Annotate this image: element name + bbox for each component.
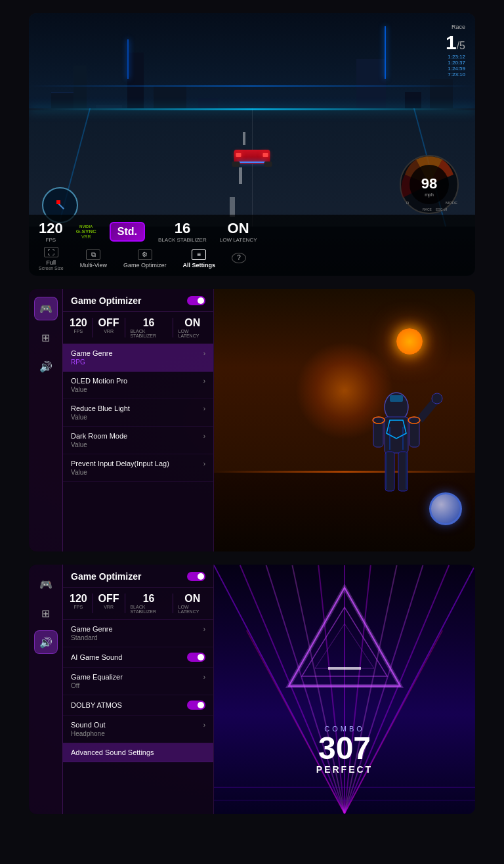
- stat-divider-2: [125, 318, 125, 337]
- racing-game-panel: Race 1 /5 1:23:12 1:20:37 1:24:59 7:23:1…: [29, 13, 475, 276]
- multi-view-icon: ⧉: [86, 249, 100, 260]
- optimizer-title-3: Game Optimizer: [71, 571, 141, 582]
- optimizer-panel-3: Game Optimizer 120 FPS OFF VRR 16 Black …: [63, 565, 214, 814]
- optimizer-header-3: Game Optimizer: [63, 565, 213, 588]
- lap-time-1: 1:23:12: [446, 54, 465, 60]
- music-scene: COMBO 307 PERFECT: [214, 565, 475, 814]
- hud-overlay: 120 FPS NVIDIA G-SYNC VRR Std. 16 Black …: [29, 215, 475, 276]
- game-optimizer-action[interactable]: ⚙ Game Optimizer: [123, 249, 167, 269]
- stat-divider-3: [173, 318, 173, 337]
- optimizer-header-2: Game Optimizer: [63, 289, 213, 312]
- optimizer-toggle-2[interactable]: [187, 296, 205, 305]
- lap-time-2: 1:20:37: [446, 60, 465, 66]
- stat-divider-1: [93, 318, 93, 337]
- sidebar-icon-gamepad-3[interactable]: 🎮: [34, 572, 58, 596]
- menu-item-equalizer-title: Game Equalizer ›: [71, 673, 205, 681]
- optimizer-toggle-3[interactable]: [187, 572, 205, 581]
- race-position: Race 1 /5 1:23:12 1:20:37 1:24:59 7:23:1…: [446, 20, 465, 77]
- stat-fps-3: 120 FPS: [70, 593, 87, 614]
- menu-item-blue-light[interactable]: Reduce Blue Light › Value: [63, 399, 213, 427]
- game-optimizer-visual-panel: 🎮 ⊞ 🔊 Game Optimizer 120 FPS OFF VRR: [29, 289, 475, 551]
- black-stabilizer-stat: 16 Black Stabilizer: [158, 220, 207, 243]
- lap-time-4: 7:23:10: [446, 72, 465, 77]
- sidebar-icon-sound-3[interactable]: 🔊: [34, 630, 58, 654]
- optimizer-wrapper-3: 🎮 ⊞ 🔊 Game Optimizer 120 FPS OFF VRR: [29, 565, 475, 814]
- menu-item-ai-sound[interactable]: AI Game Sound: [63, 647, 213, 668]
- optimizer-title-2: Game Optimizer: [71, 295, 141, 306]
- menu-item-oled[interactable]: OLED Motion Pro › Value: [63, 372, 213, 399]
- menu-items-2: Game Genre › RPG OLED Motion Pro › Value: [63, 344, 213, 551]
- combo-perfect: PERFECT: [316, 764, 373, 775]
- multi-view-action[interactable]: ⧉ Multi-View: [80, 249, 107, 269]
- racing-scene: Race 1 /5 1:23:12 1:20:37 1:24:59 7:23:1…: [29, 13, 475, 276]
- game-optimizer-sound-panel: 🎮 ⊞ 🔊 Game Optimizer 120 FPS OFF VRR: [29, 565, 475, 814]
- screen-size-action[interactable]: ⛶ Full Screen Size: [39, 247, 64, 270]
- menu-item-sound-out-title: Sound Out ›: [71, 721, 205, 729]
- svg-point-19: [432, 393, 442, 404]
- dolby-toggle-row: DOLBY ATMOS: [71, 701, 205, 710]
- help-action[interactable]: ?: [232, 253, 246, 265]
- svg-rect-11: [410, 418, 419, 447]
- help-icon: ?: [232, 253, 246, 263]
- all-settings-icon: ≡: [192, 249, 206, 260]
- game-optimizer-icon: ⚙: [138, 249, 152, 260]
- warrior-figure: [337, 368, 455, 551]
- all-settings-action[interactable]: ≡ All Settings: [183, 249, 216, 269]
- sidebar-icon-display-3[interactable]: ⊞: [34, 601, 58, 625]
- svg-rect-22: [390, 395, 403, 402]
- fps-stat: 120 FPS: [39, 220, 63, 243]
- lap-time-3: 1:24:59: [446, 66, 465, 72]
- gsync-badge: NVIDIA G-SYNC VRR: [76, 225, 96, 239]
- svg-marker-40: [315, 624, 374, 668]
- menu-item-genre-title-2: Game Genre ›: [71, 349, 205, 357]
- player-car: [234, 150, 270, 164]
- svg-text:mph: mph: [425, 192, 434, 198]
- menu-items-3: Game Genre › Standard AI Game Sound: [63, 620, 213, 814]
- svg-text:98: 98: [421, 175, 437, 192]
- menu-item-input-delay[interactable]: Prevent Input Delay(Input Lag) › Value: [63, 454, 213, 482]
- menu-item-dark-room[interactable]: Dark Room Mode › Value: [63, 427, 213, 454]
- stat-black-2: 16 Black Stabilizer: [130, 317, 167, 338]
- stat-latency-2: ON Low Latency: [178, 317, 207, 338]
- menu-item-advanced-sound[interactable]: Advanced Sound Settings: [63, 743, 213, 762]
- menu-item-sound-out[interactable]: Sound Out › Headphone: [63, 716, 213, 743]
- stat-black-3: 16 Black Stabilizer: [130, 593, 167, 614]
- svg-text:MODE: MODE: [446, 201, 457, 205]
- menu-item-genre-title-3: Game Genre ›: [71, 625, 205, 633]
- stats-row-3: 120 FPS OFF VRR 16 Black Stabilizer ON L…: [63, 588, 213, 620]
- menu-item-equalizer[interactable]: Game Equalizer › Off: [63, 668, 213, 695]
- menu-item-advanced-sound-title: Advanced Sound Settings: [71, 748, 205, 756]
- menu-item-oled-title: OLED Motion Pro ›: [71, 377, 205, 385]
- ai-sound-toggle[interactable]: [187, 653, 205, 662]
- menu-item-genre-2[interactable]: Game Genre › RPG: [63, 344, 213, 372]
- position-number: 1: [446, 32, 457, 54]
- stat-fps-2: 120 FPS: [70, 317, 87, 338]
- combo-number: 307: [316, 733, 373, 764]
- sidebar-icon-display[interactable]: ⊞: [34, 326, 58, 349]
- screen-size-icon: ⛶: [44, 247, 58, 257]
- menu-item-genre-3[interactable]: Game Genre › Standard: [63, 620, 213, 647]
- sidebar-icons-3: 🎮 ⊞ 🔊: [29, 565, 63, 814]
- svg-rect-9: [385, 417, 408, 453]
- fire-orb: [396, 328, 423, 355]
- svg-rect-10: [373, 418, 383, 447]
- stat-vrr-2: OFF VRR: [98, 317, 119, 338]
- mode-badge: Std.: [110, 222, 145, 242]
- menu-item-dolby[interactable]: DOLBY ATMOS: [63, 695, 213, 716]
- position-total: /5: [457, 40, 465, 52]
- robot-ball: [429, 492, 462, 525]
- stat-divider-5: [125, 594, 125, 613]
- ai-sound-toggle-row: AI Game Sound: [71, 653, 205, 662]
- sidebar-icon-gamepad[interactable]: 🎮: [34, 297, 58, 320]
- menu-item-input-delay-title: Prevent Input Delay(Input Lag) ›: [71, 460, 205, 467]
- low-latency-stat: ON Low Latency: [220, 220, 257, 243]
- optimizer-wrapper-2: 🎮 ⊞ 🔊 Game Optimizer 120 FPS OFF VRR: [29, 289, 475, 551]
- neon-triangle: [285, 584, 404, 692]
- optimizer-panel-2: Game Optimizer 120 FPS OFF VRR 16 Black …: [63, 289, 214, 551]
- svg-text:ESC off: ESC off: [436, 207, 448, 211]
- svg-text:RACE: RACE: [423, 207, 432, 211]
- sidebar-icon-sound[interactable]: 🔊: [34, 355, 58, 378]
- dolby-toggle[interactable]: [187, 701, 205, 710]
- stats-row-2: 120 FPS OFF VRR 16 Black Stabilizer ON L…: [63, 312, 213, 344]
- combo-display: COMBO 307 PERFECT: [316, 725, 373, 775]
